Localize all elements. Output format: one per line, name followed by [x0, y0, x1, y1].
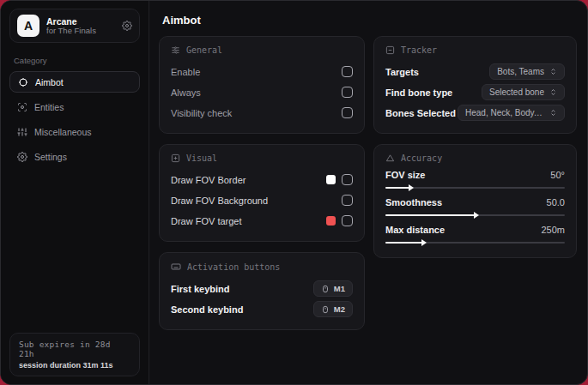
sidebar-item-label: Settings: [34, 152, 67, 162]
crosshair-icon: [18, 77, 28, 87]
color-swatch[interactable]: [326, 175, 336, 184]
setting-row-draw-fov-target: Draw FOV target: [171, 211, 353, 231]
app-name: Arcane: [46, 16, 115, 27]
draw-fov-target-checkbox[interactable]: [342, 215, 353, 226]
card-title: General: [186, 45, 222, 55]
card-title: Visual: [186, 153, 217, 163]
color-swatch[interactable]: [326, 216, 336, 226]
setting-label: Second keybind: [171, 304, 243, 315]
slider-thumb[interactable]: [474, 212, 479, 219]
app-window: A Arcane for The Finals Category Aimbot: [0, 0, 588, 385]
setting-label: Draw FOV Background: [171, 196, 268, 206]
bones-selected-select[interactable]: Head, Neck, Body, Pe...: [458, 105, 565, 121]
setting-label: Bones Selected: [385, 108, 456, 118]
setting-label: Max distance: [385, 225, 445, 235]
chevrons-up-down-icon: [549, 68, 557, 75]
sliders-horizontal-icon: [171, 45, 180, 55]
sidebar-item-entities[interactable]: Entities: [9, 96, 140, 117]
mouse-icon: [321, 285, 330, 293]
smoothness-slider[interactable]: [385, 211, 565, 220]
sidebar-nav: Aimbot Entities Miscellaneous Settings: [1, 71, 149, 167]
visibility-check-checkbox[interactable]: [342, 107, 353, 118]
first-keybind-button[interactable]: M1: [313, 280, 353, 297]
setting-row-draw-fov-border: Draw FOV Border: [171, 170, 353, 189]
setting-row-targets: Targets Bots, Teams: [385, 62, 565, 81]
draw-fov-background-checkbox[interactable]: [342, 195, 353, 206]
category-label: Category: [14, 56, 136, 65]
page-title: Aimbot: [159, 14, 577, 27]
setting-row-enable: Enable: [171, 62, 353, 81]
keybind-value: M2: [334, 304, 345, 314]
sidebar: A Arcane for The Finals Category Aimbot: [1, 1, 149, 384]
keyboard-icon: [171, 262, 181, 272]
slider-value: 250m: [541, 225, 565, 235]
sub-expiry-text: Sub expires in 28d 21h: [19, 340, 130, 358]
second-keybind-button[interactable]: M2: [313, 301, 353, 317]
card-title: Tracker: [401, 45, 437, 55]
chevrons-up-down-icon: [549, 109, 557, 117]
slider-thumb[interactable]: [421, 239, 427, 246]
draw-fov-border-checkbox[interactable]: [342, 174, 353, 185]
activation-buttons-card: Activation buttons First keybind M1 Seco…: [159, 252, 365, 330]
setting-label: Find bone type: [385, 87, 452, 98]
setting-row-find-bone-type: Find bone type Selected bone: [385, 82, 565, 102]
app-logo-card: A Arcane for The Finals: [9, 9, 140, 43]
app-logo: A: [17, 15, 39, 37]
minus-square-icon: [385, 45, 395, 55]
sliders-icon: [17, 127, 27, 137]
find-bone-type-select[interactable]: Selected bone: [482, 84, 565, 100]
session-duration-text: session duration 31m 11s: [19, 361, 130, 370]
fov-size-slider[interactable]: [385, 183, 565, 192]
accuracy-card: Accuracy FOV size 50°: [373, 144, 577, 258]
keybind-value: M1: [334, 284, 345, 293]
setting-row-second-keybind: Second keybind M2: [171, 299, 353, 319]
sidebar-item-aimbot[interactable]: Aimbot: [9, 71, 140, 93]
setting-label: Draw FOV Border: [171, 175, 246, 185]
enable-checkbox[interactable]: [342, 66, 353, 77]
subscription-info-card: Sub expires in 28d 21h session duration …: [9, 333, 140, 376]
select-value: Bots, Teams: [497, 67, 544, 76]
setting-row-fov-size: FOV size 50°: [385, 170, 565, 192]
sidebar-item-settings[interactable]: Settings: [9, 146, 140, 167]
setting-label: Draw FOV target: [171, 216, 242, 226]
setting-row-max-distance: Max distance 250m: [385, 225, 565, 247]
setting-row-smoothness: Smoothness 50.0: [385, 197, 565, 220]
slider-value: 50.0: [547, 197, 565, 208]
gear-icon: [17, 152, 27, 162]
app-title-block: Arcane for The Finals: [46, 16, 115, 36]
setting-label: Smoothness: [385, 197, 442, 208]
gear-icon[interactable]: [122, 21, 132, 31]
plus-square-icon: [171, 153, 180, 163]
setting-label: Always: [171, 87, 201, 98]
main-panel: Aimbot General Enable: [149, 1, 588, 384]
always-checkbox[interactable]: [342, 87, 353, 98]
app-subtitle: for The Finals: [46, 27, 115, 36]
sidebar-item-label: Miscellaneous: [34, 127, 92, 137]
select-value: Selected bone: [489, 87, 544, 97]
setting-row-visibility-check: Visibility check: [171, 103, 353, 123]
scan-icon: [17, 102, 27, 112]
setting-label: Visibility check: [171, 108, 232, 118]
setting-label: First keybind: [171, 284, 229, 294]
general-card: General Enable Always Visibility check: [159, 36, 365, 134]
card-title: Accuracy: [401, 153, 442, 163]
sidebar-item-miscellaneous[interactable]: Miscellaneous: [9, 121, 140, 142]
setting-row-draw-fov-background: Draw FOV Background: [171, 190, 353, 210]
setting-row-always: Always: [171, 82, 353, 102]
visual-card: Visual Draw FOV Border Draw FOV Backgrou…: [159, 144, 365, 242]
slider-value: 50°: [550, 170, 565, 180]
tracker-card: Tracker Targets Bots, Teams Find bone ty…: [373, 36, 577, 134]
mouse-icon: [321, 305, 330, 314]
select-value: Head, Neck, Body, Pe...: [465, 108, 544, 117]
sidebar-item-label: Entities: [34, 102, 64, 112]
slider-thumb[interactable]: [409, 184, 414, 191]
setting-label: Enable: [171, 67, 200, 77]
setting-label: FOV size: [385, 170, 425, 180]
setting-row-first-keybind: First keybind M1: [171, 279, 353, 298]
sidebar-item-label: Aimbot: [35, 77, 64, 87]
chevrons-up-down-icon: [549, 88, 557, 96]
targets-select[interactable]: Bots, Teams: [489, 63, 565, 80]
max-distance-slider[interactable]: [385, 238, 565, 247]
setting-row-bones-selected: Bones Selected Head, Neck, Body, Pe...: [385, 103, 565, 123]
setting-label: Targets: [385, 67, 419, 77]
